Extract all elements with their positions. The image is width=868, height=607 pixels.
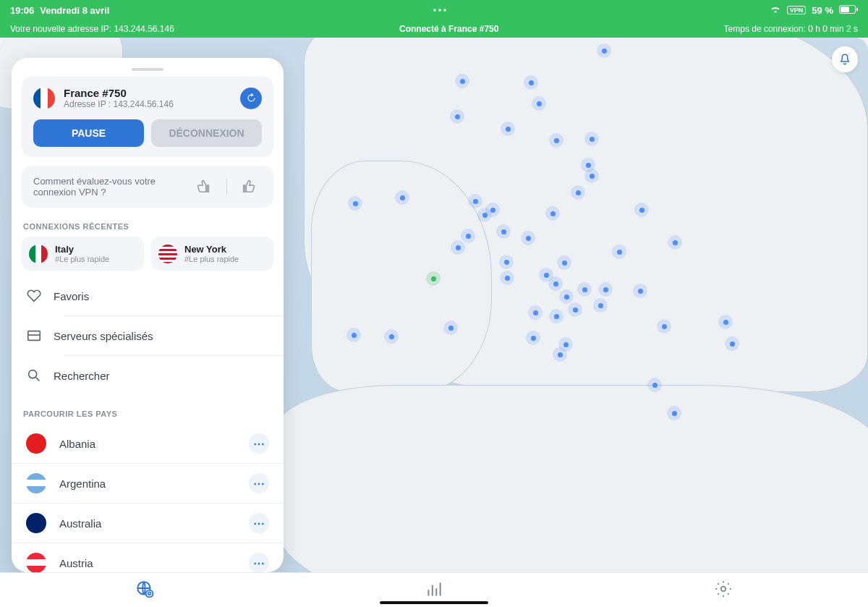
country-options-button[interactable]: ⋯ [249, 513, 269, 533]
server-location-dot[interactable] [450, 109, 464, 124]
server-location-dot[interactable] [455, 74, 469, 88]
server-location-dot[interactable] [647, 378, 662, 392]
server-location-dot[interactable] [526, 331, 540, 345]
disconnect-button[interactable]: DÉCONNEXION [151, 119, 262, 147]
server-location-dot[interactable] [443, 321, 458, 335]
battery-percent: 59 % [812, 5, 833, 16]
server-location-dot[interactable] [634, 203, 649, 217]
server-location-dot-active[interactable] [426, 271, 441, 286]
server-location-dot[interactable] [384, 329, 399, 344]
ip-address-label: Votre nouvelle adresse IP: 143.244.56.14… [10, 24, 174, 34]
country-name: Argentina [59, 477, 236, 490]
server-location-dot[interactable] [553, 347, 567, 362]
server-location-dot[interactable] [548, 276, 563, 291]
server-location-dot[interactable] [545, 206, 560, 221]
server-location-dot[interactable] [577, 282, 592, 297]
server-location-dot[interactable] [485, 203, 500, 217]
ios-status-bar: 19:06 Vendredi 8 avril VPN 59 % [0, 0, 868, 20]
server-location-dot[interactable] [725, 336, 739, 351]
recent-sub: #Le plus rapide [55, 255, 109, 263]
refresh-button[interactable] [240, 88, 262, 109]
svg-point-4 [29, 370, 37, 378]
server-location-dot[interactable] [524, 75, 538, 90]
flag-italy-icon [29, 245, 48, 263]
server-location-dot[interactable] [521, 231, 535, 245]
server-location-dot[interactable] [597, 43, 611, 58]
rating-question: Comment évaluez-vous votre connexion VPN… [33, 176, 182, 198]
server-location-dot[interactable] [461, 229, 475, 243]
battery-icon [839, 5, 858, 16]
search-icon [26, 368, 42, 383]
recent-name: New York [184, 244, 239, 255]
server-location-dot[interactable] [557, 255, 571, 270]
tab-stats[interactable] [425, 580, 443, 601]
flag-usa-icon [158, 245, 177, 263]
server-location-dot[interactable] [568, 302, 582, 317]
server-location-dot[interactable] [549, 309, 563, 323]
server-location-dot[interactable] [718, 315, 733, 329]
country-item-albania[interactable]: Albania ⋯ [12, 424, 284, 463]
recent-sub: #Le plus rapide [184, 255, 239, 263]
drag-handle[interactable] [132, 68, 163, 71]
side-panel: France #750 Adresse IP : 143.244.56.146 … [12, 58, 284, 572]
server-location-dot[interactable] [584, 132, 599, 146]
server-location-dot[interactable] [500, 271, 514, 285]
country-options-button[interactable]: ⋯ [249, 473, 269, 493]
recent-connection-newyork[interactable]: New York#Le plus rapide [151, 237, 273, 271]
country-item-australia[interactable]: Australia ⋯ [12, 503, 284, 543]
server-location-dot[interactable] [528, 305, 542, 320]
bottom-tab-bar [0, 572, 868, 607]
country-list[interactable]: Albania ⋯ Argentina ⋯ Australia ⋯ Austri… [12, 424, 284, 572]
server-location-dot[interactable] [598, 282, 613, 297]
server-location-dot[interactable] [468, 194, 482, 208]
server-location-dot[interactable] [395, 190, 409, 205]
country-name: Albania [59, 438, 236, 450]
menu-label: Rechercher [54, 370, 110, 382]
server-location-dot[interactable] [559, 289, 574, 304]
multitask-dots [425, 9, 454, 12]
specialty-servers-menu-item[interactable]: Serveurs spécialisés [64, 315, 284, 355]
server-location-dot[interactable] [348, 196, 362, 211]
country-options-button[interactable]: ⋯ [249, 553, 269, 572]
server-location-dot[interactable] [571, 185, 585, 200]
recent-connection-italy[interactable]: Italy#Le plus rapide [22, 237, 144, 271]
server-location-dot[interactable] [668, 235, 682, 250]
svg-rect-2 [856, 7, 858, 11]
server-location-dot[interactable] [612, 245, 626, 259]
notifications-button[interactable] [832, 46, 858, 72]
pause-button[interactable]: PAUSE [33, 119, 144, 147]
home-indicator[interactable] [380, 601, 488, 604]
connection-duration-label: Temps de connexion: 0 h 0 min 2 s [724, 24, 858, 34]
country-item-argentina[interactable]: Argentina ⋯ [12, 463, 284, 503]
search-menu-item[interactable]: Rechercher [64, 355, 284, 395]
server-location-dot[interactable] [346, 328, 361, 342]
tab-globe[interactable] [135, 580, 154, 601]
thumbs-up-button[interactable] [237, 178, 262, 196]
server-location-dot[interactable] [549, 133, 563, 148]
server-location-dot[interactable] [496, 224, 511, 239]
server-location-dot[interactable] [593, 298, 608, 313]
server-location-dot[interactable] [657, 319, 671, 334]
flag-austria-icon [26, 553, 46, 572]
server-location-dot[interactable] [584, 169, 599, 183]
server-location-dot[interactable] [451, 240, 465, 255]
svg-point-6 [146, 590, 153, 597]
svg-rect-3 [28, 331, 41, 341]
favorites-menu-item[interactable]: Favoris [12, 276, 284, 315]
server-location-dot[interactable] [499, 255, 514, 269]
country-options-button[interactable]: ⋯ [249, 433, 269, 454]
server-location-dot[interactable] [532, 96, 546, 111]
country-name: Australia [59, 517, 236, 530]
flag-australia-icon [26, 513, 46, 533]
thumbs-down-button[interactable] [192, 178, 216, 196]
rating-card: Comment évaluez-vous votre connexion VPN… [22, 166, 273, 208]
svg-rect-1 [841, 7, 849, 12]
server-icon [26, 328, 42, 344]
server-location-dot[interactable] [667, 406, 681, 420]
flag-france-icon [33, 88, 55, 109]
country-item-austria[interactable]: Austria ⋯ [12, 543, 284, 572]
server-location-dot[interactable] [501, 122, 515, 136]
server-location-dot[interactable] [633, 284, 647, 298]
tab-settings[interactable] [714, 580, 733, 601]
menu-label: Favoris [54, 290, 89, 302]
